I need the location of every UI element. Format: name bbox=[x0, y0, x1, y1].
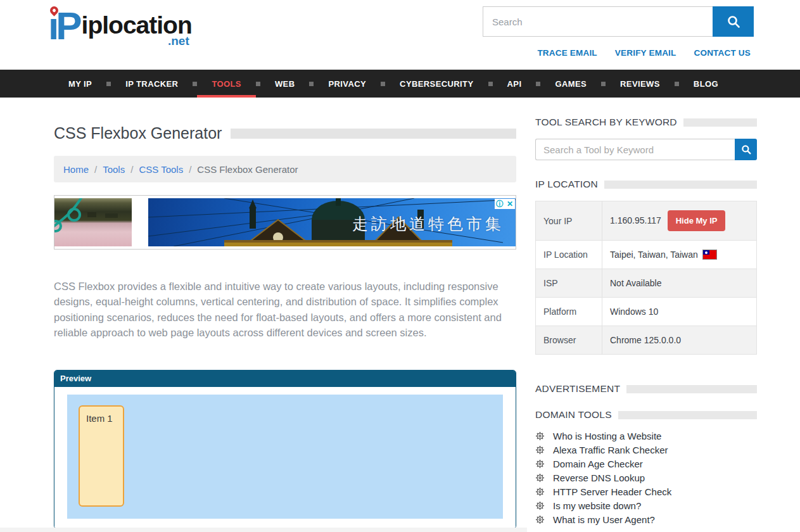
nav-separator bbox=[536, 82, 540, 86]
nav-label: GAMES bbox=[555, 79, 587, 89]
site-header: ıP iplocation .net TRACE EMAIL VERIFY EM… bbox=[0, 0, 800, 70]
header-search-input[interactable] bbox=[483, 6, 713, 37]
breadcrumb-link-tools[interactable]: Tools bbox=[103, 164, 125, 175]
nav-separator bbox=[193, 82, 197, 86]
ad-banner[interactable]: 走訪地道特色市集 ⓘ ✕ bbox=[54, 195, 516, 250]
nav-label: BLOG bbox=[694, 79, 718, 89]
heading-text: DOMAIN TOOLS bbox=[535, 409, 612, 421]
gear-icon bbox=[535, 515, 545, 524]
breadcrumb-separator: / bbox=[94, 164, 97, 175]
table-row: Your IP 1.160.95.117Hide My IP bbox=[536, 201, 757, 241]
heading-bar bbox=[626, 385, 757, 393]
nav-item-web[interactable]: WEB bbox=[260, 70, 310, 98]
main-nav: MY IP IP TRACKER TOOLS WEB PRIVACY CYBER… bbox=[0, 70, 800, 98]
ip-info-table: Your IP 1.160.95.117Hide My IP IP Locati… bbox=[535, 201, 757, 355]
header-search-button[interactable] bbox=[713, 6, 754, 37]
flex-item-1[interactable]: Item 1 bbox=[79, 405, 124, 507]
ad-info-icon[interactable]: ⓘ bbox=[495, 199, 505, 209]
nav-separator bbox=[106, 82, 111, 86]
table-row: Platform Windows 10 bbox=[536, 298, 757, 326]
breadcrumb-separator: / bbox=[189, 164, 191, 175]
header-search bbox=[483, 6, 754, 37]
nav-item-tools[interactable]: TOOLS bbox=[197, 70, 256, 98]
ad-main-image: 走訪地道特色市集 ⓘ ✕ bbox=[148, 198, 516, 246]
nav-item-cybersecurity[interactable]: CYBERSECURITY bbox=[385, 70, 488, 98]
row-label: Browser bbox=[536, 326, 602, 355]
breadcrumb-link-css-tools[interactable]: CSS Tools bbox=[139, 164, 183, 175]
nav-item-blog[interactable]: BLOG bbox=[679, 70, 733, 98]
nav-item-privacy[interactable]: PRIVACY bbox=[314, 70, 381, 98]
list-item[interactable]: Reverse DNS Lookup bbox=[535, 471, 757, 484]
your-ip-value: 1.160.95.117 bbox=[610, 215, 661, 225]
browser-value: Chrome 125.0.0.0 bbox=[602, 326, 757, 355]
platform-value: Windows 10 bbox=[602, 298, 757, 326]
breadcrumb-link-home[interactable]: Home bbox=[63, 164, 89, 175]
list-item[interactable]: Who is Hosting a Website bbox=[535, 429, 757, 443]
tool-search-input[interactable] bbox=[535, 139, 735, 160]
domain-tools-list: Who is Hosting a Website Alexa Traffic R… bbox=[535, 429, 757, 526]
tool-link: Alexa Traffic Rank Checker bbox=[553, 445, 668, 455]
gear-icon bbox=[535, 473, 545, 483]
tool-link: HTTP Server Header Check bbox=[553, 486, 671, 497]
list-item[interactable]: HTTP Server Header Check bbox=[535, 484, 757, 498]
page-title: CSS Flexbox Generator bbox=[54, 124, 222, 142]
gear-icon bbox=[535, 487, 545, 497]
tool-search-button[interactable] bbox=[735, 139, 757, 160]
row-label: Platform bbox=[536, 298, 602, 326]
tool-search bbox=[535, 139, 757, 160]
search-icon bbox=[740, 144, 752, 155]
sidebar: TOOL SEARCH BY KEYWORD IP LOCATION Your … bbox=[535, 117, 757, 526]
trace-email-link[interactable]: TRACE EMAIL bbox=[537, 48, 597, 58]
header-links: TRACE EMAIL VERIFY EMAIL CONTACT US bbox=[537, 48, 751, 58]
nav-separator bbox=[256, 82, 260, 86]
tool-link: Domain Age Checker bbox=[553, 459, 643, 469]
heading-text: ADVERTISEMENT bbox=[535, 383, 620, 395]
breadcrumb-separator: / bbox=[130, 164, 133, 175]
nav-label: REVIEWS bbox=[620, 79, 660, 89]
heading-bar bbox=[618, 411, 757, 419]
site-logo[interactable]: ıP iplocation .net bbox=[48, 4, 192, 48]
hide-my-ip-button[interactable]: Hide My IP bbox=[668, 210, 726, 231]
logo-mark: ıP bbox=[48, 4, 79, 48]
domain-tools-heading: DOMAIN TOOLS bbox=[535, 409, 757, 421]
list-item[interactable]: Alexa Traffic Rank Checker bbox=[535, 443, 757, 457]
nav-item-my-ip[interactable]: MY IP bbox=[54, 70, 106, 98]
ad-caption: 走訪地道特色市集 bbox=[352, 213, 504, 234]
ad-close-icon[interactable]: ✕ bbox=[505, 199, 515, 209]
nav-separator bbox=[675, 82, 679, 86]
heading-text: TOOL SEARCH BY KEYWORD bbox=[535, 117, 677, 128]
preview-panel-header: Preview bbox=[54, 370, 516, 387]
next-section-edge bbox=[0, 528, 527, 532]
taiwan-flag-icon bbox=[703, 250, 716, 259]
verify-email-link[interactable]: VERIFY EMAIL bbox=[615, 48, 676, 58]
table-row: IP Location Taipei, Taiwan, Taiwan bbox=[536, 241, 757, 269]
nav-label: PRIVACY bbox=[328, 79, 366, 89]
contact-us-link[interactable]: CONTACT US bbox=[694, 48, 751, 58]
nav-separator bbox=[381, 82, 385, 86]
nav-item-api[interactable]: API bbox=[493, 70, 537, 98]
heading-bar bbox=[604, 180, 757, 189]
nav-label: MY IP bbox=[68, 79, 92, 89]
nav-item-games[interactable]: GAMES bbox=[540, 70, 601, 98]
nav-item-reviews[interactable]: REVIEWS bbox=[606, 70, 675, 98]
search-icon bbox=[726, 14, 741, 29]
nav-label: IP TRACKER bbox=[125, 79, 178, 89]
tool-description: CSS Flexbox provides a flexible and intu… bbox=[54, 279, 516, 340]
title-decoration-bar bbox=[231, 129, 516, 139]
nav-item-ip-tracker[interactable]: IP TRACKER bbox=[111, 70, 193, 98]
list-item[interactable]: Is my website down? bbox=[535, 498, 757, 512]
flex-preview-container: Item 1 bbox=[67, 395, 503, 519]
nav-label: API bbox=[507, 79, 522, 89]
nav-label: WEB bbox=[275, 79, 295, 89]
list-item[interactable]: What is my User Agent? bbox=[535, 512, 757, 526]
row-label: ISP bbox=[536, 269, 602, 298]
gear-icon bbox=[535, 459, 545, 469]
tool-link: What is my User Agent? bbox=[553, 514, 655, 525]
tool-link: Is my website down? bbox=[553, 500, 641, 511]
list-item[interactable]: Domain Age Checker bbox=[535, 457, 757, 471]
gear-icon bbox=[535, 431, 545, 441]
nav-separator bbox=[601, 82, 606, 86]
nav-separator bbox=[488, 82, 493, 86]
active-tab-underline bbox=[197, 95, 256, 98]
ad-left-image bbox=[54, 198, 132, 246]
